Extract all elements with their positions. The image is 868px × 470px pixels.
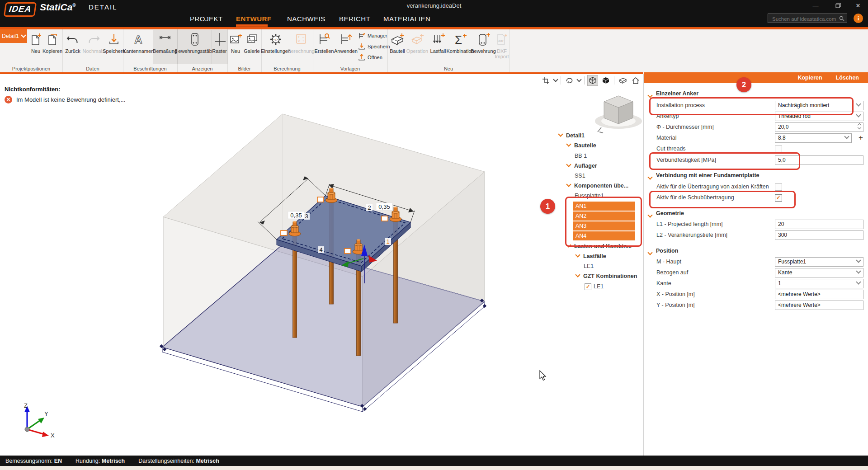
dimension-button[interactable]: Bemaßung xyxy=(153,30,177,64)
settings-button[interactable]: </> Einstellungen xyxy=(262,30,290,64)
tree-item-gzt[interactable]: GZT Kombinationen xyxy=(583,272,637,281)
material-label: Material xyxy=(656,133,676,142)
svg-text:DXF: DXF xyxy=(498,39,505,43)
new-operation-button[interactable]: Operation xyxy=(406,30,428,64)
new-combination-button[interactable]: Σ Kombination xyxy=(448,30,472,64)
chevron-down-icon[interactable] xyxy=(566,141,571,146)
axial-transfer-checkbox[interactable] xyxy=(775,183,782,191)
tab-bericht[interactable]: BERICHT xyxy=(339,15,370,23)
restore-button[interactable] xyxy=(828,0,848,12)
section-fundamentplatte[interactable]: Verbindung mit einer Fundamentplatte xyxy=(656,171,760,180)
x-position-input[interactable]: <mehrere Werte> xyxy=(775,290,863,299)
tab-projekt[interactable]: PROJEKT xyxy=(190,15,223,23)
tab-nachweis[interactable]: NACHWEIS xyxy=(287,15,326,23)
bezogen-auf-select[interactable]: Kante xyxy=(775,268,863,277)
section-einzelner-anker[interactable]: Einzelner Anker xyxy=(656,89,698,98)
l2-input[interactable]: 300 xyxy=(775,230,863,240)
kante-select[interactable]: 1 xyxy=(775,279,863,288)
template-manager-button[interactable]: Manager xyxy=(358,32,387,39)
new-document-icon xyxy=(29,30,42,48)
edge-names-button[interactable]: A Kantennamen xyxy=(123,30,153,64)
tab-materialien[interactable]: MATERIALIEN xyxy=(383,15,430,23)
chevron-down-icon[interactable] xyxy=(566,162,571,167)
copy-button[interactable]: Kopieren xyxy=(797,75,822,81)
spinner-icon[interactable] xyxy=(858,124,861,129)
viewport[interactable]: Nichtkonformitäten: ✕ Im Modell ist kein… xyxy=(0,74,643,456)
tab-entwurf[interactable]: ENTWURF xyxy=(236,15,272,23)
m-haupt-select[interactable]: Fussplatte1 xyxy=(775,257,863,267)
navigation-cube[interactable] xyxy=(595,96,642,133)
tree-item-le1[interactable]: LE1 xyxy=(584,262,594,271)
gallery-button[interactable]: Galerie xyxy=(243,30,261,64)
tree-item-auflager[interactable]: Auflager xyxy=(574,161,597,170)
undo-button[interactable]: Zurück xyxy=(63,30,82,64)
axis-z-label: Z xyxy=(24,402,28,409)
raster-icon xyxy=(213,30,226,48)
gallery-icon xyxy=(245,30,259,48)
ribbon-group-bilder: Neu Galerie Bilder xyxy=(227,29,262,72)
section-geometrie[interactable]: Geometrie xyxy=(656,209,684,218)
rebar-display-button[interactable]: Bewehrungsstäbe xyxy=(178,30,212,64)
chevron-down-icon[interactable] xyxy=(566,182,571,187)
info-button[interactable]: i xyxy=(854,14,863,23)
new-image-button[interactable]: Neu xyxy=(228,30,243,64)
section-chevron-icon[interactable] xyxy=(647,174,652,179)
ribbon-group-beschriftungen: A Kantennamen Bemaßung Beschriftungen xyxy=(123,29,178,72)
menu-bar: IDEA StatiCa® DETAIL PROJEKT ENTWURF NAC… xyxy=(0,12,868,27)
dxf-import-button[interactable]: DXF DXF Import xyxy=(494,30,509,64)
chevron-down-icon[interactable] xyxy=(575,252,580,257)
section-position[interactable]: Position xyxy=(656,246,678,255)
axial-transfer-label: Aktiv für die Übertragung von axialen Kr… xyxy=(656,182,769,191)
design-code-status: Bemessungsnorm: EN xyxy=(5,458,62,464)
new-reinforcement-button[interactable]: Bewehrung xyxy=(472,30,494,64)
diameter-input[interactable]: 20,0 xyxy=(775,122,863,132)
3d-scene[interactable]: 0,35 3 2 0,35 4 1 xyxy=(0,74,643,456)
le1-checkbox[interactable]: ✓ xyxy=(585,283,591,290)
l1-input[interactable]: 20 xyxy=(775,220,863,229)
y-position-input[interactable]: <mehrere Werte> xyxy=(775,301,863,310)
annotation-box-shear xyxy=(649,191,796,208)
section-chevron-icon[interactable] xyxy=(647,212,652,217)
copy-project-item-button[interactable]: Kopieren xyxy=(43,30,62,64)
raster-display-button[interactable]: Raster xyxy=(212,30,227,64)
tree-item-bb1[interactable]: BB 1 xyxy=(575,151,587,160)
new-loadcase-button[interactable]: Lastfall xyxy=(428,30,448,64)
tree-item-bauteile[interactable]: Bauteile xyxy=(574,141,596,150)
section-chevron-icon[interactable] xyxy=(647,250,652,255)
close-button[interactable]: ✕ xyxy=(848,0,868,12)
tree-item-gzt-le1[interactable]: LE1 xyxy=(594,282,604,291)
calculation-button[interactable]: +−×÷ Berechnung xyxy=(290,30,312,64)
add-material-button[interactable]: + xyxy=(856,133,865,142)
new-member-button[interactable]: Bauteil xyxy=(388,30,406,64)
save-button[interactable]: Speichern xyxy=(105,30,123,64)
new-project-item-button[interactable]: Neu xyxy=(28,30,43,64)
chevron-down-icon[interactable] xyxy=(558,132,563,136)
template-apply-icon xyxy=(339,30,353,48)
ribbon: Detail1 Neu Kopieren Projektpositionen Z… xyxy=(0,29,868,72)
kante-label: Kante xyxy=(656,279,671,288)
minimize-button[interactable]: — xyxy=(806,0,826,12)
template-apply-button[interactable]: Anwenden xyxy=(335,30,357,64)
stirrup-plus-icon xyxy=(476,30,491,48)
ribbon-group-anzeigen: Bewehrungsstäbe Raster Anzeigen xyxy=(177,29,228,72)
search-field[interactable] xyxy=(771,14,839,24)
cut-threads-checkbox[interactable] xyxy=(775,146,782,153)
svg-text:÷: ÷ xyxy=(302,39,305,43)
search-input[interactable] xyxy=(768,14,847,23)
template-open-button[interactable]: Öffnen xyxy=(358,54,382,61)
annotation-box-anchors xyxy=(565,197,642,247)
chevron-down-icon[interactable] xyxy=(575,272,580,277)
template-create-button[interactable]: Erstellen xyxy=(314,30,335,64)
material-select[interactable]: 8.8 xyxy=(775,133,852,143)
tree-item-ss1[interactable]: SS1 xyxy=(575,171,585,180)
template-save-button[interactable]: Speichern xyxy=(358,43,390,50)
tree-item-lastfaelle[interactable]: Lastfälle xyxy=(583,252,606,261)
delete-button[interactable]: Löschen xyxy=(836,75,859,81)
ribbon-group-projektpositionen: Detail1 Neu Kopieren Projektpositionen xyxy=(0,29,63,72)
tree-item-komponenten[interactable]: Komponenten übe... xyxy=(574,181,628,190)
project-item-selector[interactable]: Detail1 xyxy=(0,29,27,43)
chevron-down-icon xyxy=(856,112,861,117)
axis-y-label: Y xyxy=(44,410,48,417)
redo-button[interactable]: Nochmals xyxy=(82,30,105,64)
tree-item-detail1[interactable]: Detail1 xyxy=(566,131,585,140)
